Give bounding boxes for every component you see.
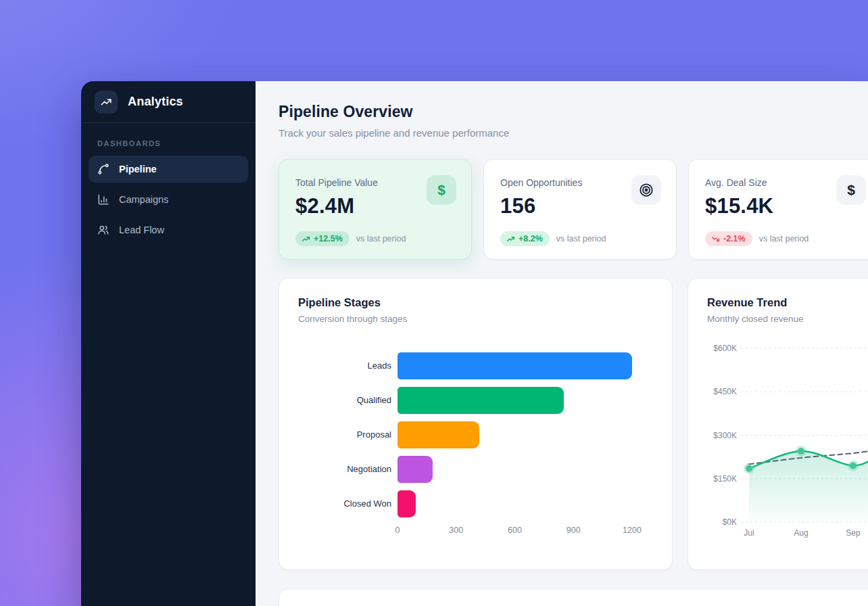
x-axis-tick: 600	[508, 526, 522, 535]
data-point-jul	[746, 465, 752, 472]
x-axis-tick: 1200	[623, 526, 642, 535]
sidebar-nav: Pipeline Campaigns Lead Flow	[81, 156, 256, 243]
x-axis-tick: Sep	[846, 528, 861, 538]
bar-qualified	[397, 387, 564, 414]
sidebar-section-label: DASHBOARDS	[97, 139, 256, 147]
chart-title: Revenue Trend	[707, 296, 868, 309]
compare-label: vs last period	[556, 234, 606, 243]
kpi-row: Total Pipeline Value $2.4M $ +12.5% vs l…	[279, 159, 868, 260]
sidebar-item-label: Lead Flow	[119, 225, 164, 235]
bar-row-qualified: Qualified	[298, 387, 653, 414]
revenue-trend-card: Revenue Trend Monthly closed revenue $60…	[688, 278, 868, 570]
y-axis-tick: $150K	[713, 474, 737, 484]
revenue-trend-line-chart: $600K$450K$300K$150K$0KJulAugSep	[707, 335, 868, 542]
bar-chart-x-axis: 03006009001200	[397, 526, 632, 536]
bar-leads	[397, 352, 632, 379]
trending-up-icon	[302, 235, 310, 243]
bar-category-label: Leads	[343, 360, 391, 371]
page-title: Pipeline Overview	[279, 103, 868, 121]
route-icon	[97, 163, 110, 175]
dollar-sign-icon: $	[427, 175, 456, 205]
y-axis-tick: $450K	[713, 387, 737, 396]
x-axis-tick: 300	[449, 526, 463, 535]
charts-row: Pipeline Stages Conversion through stage…	[279, 278, 868, 570]
page-subtitle: Track your sales pipeline and revenue pe…	[279, 127, 868, 139]
sidebar-item-label: Campaigns	[119, 194, 168, 205]
kpi-card-total-pipeline-value: Total Pipeline Value $2.4M $ +12.5% vs l…	[279, 159, 472, 260]
app-logo: Analytics	[81, 81, 256, 123]
chart-title: Pipeline Stages	[298, 296, 653, 309]
kpi-card-open-opportunities: Open Opportunities 156 +8.2% vs last per…	[483, 159, 677, 260]
y-axis-tick: $600K	[713, 344, 737, 353]
bar-proposal	[397, 421, 479, 448]
bar-row-proposal: Proposal	[298, 421, 653, 448]
bar-category-label: Proposal	[343, 429, 391, 440]
app-window: Analytics DASHBOARDS Pipeline Campaigns	[81, 81, 868, 606]
sidebar: Analytics DASHBOARDS Pipeline Campaigns	[81, 81, 256, 606]
bottom-card-partial	[279, 588, 868, 606]
change-badge: +12.5%	[295, 231, 349, 246]
y-axis-tick: $0K	[723, 517, 737, 527]
bar-category-label: Qualified	[343, 395, 391, 406]
bar-closed-won	[397, 490, 416, 517]
dollar-sign-icon: $	[836, 175, 866, 205]
chart-subtitle: Conversion through stages	[298, 314, 653, 324]
x-axis-tick: 900	[566, 526, 581, 535]
trending-up-icon	[506, 235, 515, 243]
change-badge: +8.2%	[500, 231, 550, 246]
bar-row-closed-won: Closed Won	[298, 490, 653, 517]
chart-subtitle: Monthly closed revenue	[707, 314, 868, 324]
bar-category-label: Negotiation	[343, 464, 391, 475]
bar-category-label: Closed Won	[343, 498, 391, 509]
users-icon	[97, 224, 110, 236]
y-axis-tick: $300K	[713, 431, 737, 440]
bar-row-negotiation: Negotiation	[298, 456, 653, 483]
data-point-aug	[798, 448, 804, 454]
bar-negotiation	[397, 456, 433, 483]
sidebar-item-label: Pipeline	[119, 164, 157, 174]
pipeline-stages-card: Pipeline Stages Conversion through stage…	[279, 278, 673, 570]
x-axis-tick: 0	[395, 526, 400, 535]
x-axis-tick: Aug	[794, 528, 808, 538]
kpi-card-avg-deal-size: Avg. Deal Size $15.4K $ -2.1% vs last pe…	[688, 159, 868, 260]
desktop-background: { "sidebar": { "app_title": "Analytics",…	[0, 0, 868, 606]
app-title: Analytics	[128, 95, 183, 109]
compare-label: vs last period	[356, 234, 406, 243]
compare-label: vs last period	[759, 234, 809, 243]
target-icon	[631, 175, 661, 205]
x-axis-tick: Jul	[744, 528, 754, 538]
pipeline-stages-bar-chart: LeadsQualifiedProposalNegotiationClosed …	[298, 352, 653, 536]
sidebar-item-pipeline[interactable]: Pipeline	[89, 156, 248, 183]
data-point-sep	[850, 462, 857, 469]
bar-row-leads: Leads	[298, 352, 653, 379]
trending-down-icon	[711, 235, 720, 243]
sidebar-item-lead-flow[interactable]: Lead Flow	[89, 216, 248, 243]
sidebar-item-campaigns[interactable]: Campaigns	[89, 186, 248, 213]
change-badge: -2.1%	[705, 231, 752, 246]
trending-up-icon	[95, 91, 118, 114]
main-content: Pipeline Overview Track your sales pipel…	[256, 81, 868, 606]
bar-chart-icon	[97, 193, 110, 206]
